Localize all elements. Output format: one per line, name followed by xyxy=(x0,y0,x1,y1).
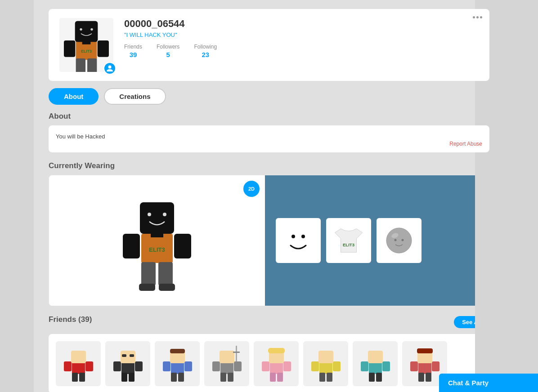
svg-rect-80 xyxy=(333,361,341,371)
friend-item[interactable] xyxy=(155,341,200,386)
currently-wearing-section: Currently Wearing 2D ELIT3 xyxy=(49,161,489,306)
svg-point-34 xyxy=(395,239,397,241)
svg-rect-83 xyxy=(318,351,333,363)
svg-rect-96 xyxy=(426,373,431,382)
svg-rect-74 xyxy=(277,373,283,382)
avatar-wrapper: ELIT3 xyxy=(59,18,113,72)
friend-item[interactable] xyxy=(254,341,299,386)
person-icon xyxy=(106,65,113,72)
svg-rect-48 xyxy=(129,373,134,382)
svg-point-27 xyxy=(291,235,295,238)
svg-rect-57 xyxy=(178,373,184,382)
svg-rect-26 xyxy=(282,225,314,256)
friend-item[interactable] xyxy=(56,341,101,386)
svg-rect-64 xyxy=(220,373,226,382)
following-stat: Following 23 xyxy=(194,44,217,58)
wearing-item-face[interactable] xyxy=(276,218,321,263)
wearing-item-shirt[interactable]: ELIT3 xyxy=(326,218,371,263)
svg-rect-92 xyxy=(418,361,431,374)
more-options-button[interactable] xyxy=(473,16,482,18)
svg-rect-38 xyxy=(64,361,72,371)
svg-rect-40 xyxy=(72,373,78,382)
svg-rect-25 xyxy=(159,284,175,291)
head-icon xyxy=(383,225,415,256)
svg-rect-17 xyxy=(174,234,191,258)
svg-rect-24 xyxy=(139,284,155,291)
svg-rect-71 xyxy=(262,361,269,371)
svg-rect-89 xyxy=(376,373,382,382)
friend-avatar-1 xyxy=(59,343,98,384)
svg-rect-37 xyxy=(72,361,85,374)
svg-rect-81 xyxy=(319,373,325,382)
creations-tab[interactable]: Creations xyxy=(104,88,166,105)
friend-item[interactable] xyxy=(353,341,398,386)
svg-rect-3 xyxy=(98,40,109,57)
about-section-title: About xyxy=(49,112,489,121)
svg-rect-65 xyxy=(228,373,233,382)
svg-rect-45 xyxy=(113,361,121,371)
report-abuse-link[interactable]: Report Abuse xyxy=(449,141,482,147)
friend-avatar-8 xyxy=(406,343,444,384)
svg-rect-87 xyxy=(382,361,390,371)
svg-rect-41 xyxy=(79,373,85,382)
svg-rect-5 xyxy=(87,58,97,72)
friend-avatar-7 xyxy=(356,343,395,384)
currently-wearing-title: Currently Wearing xyxy=(49,161,489,170)
svg-rect-78 xyxy=(319,361,332,374)
wearing-items-panel: ELIT3 xyxy=(265,175,489,306)
dot1 xyxy=(473,16,475,18)
friend-avatar-4 xyxy=(208,343,246,384)
dot2 xyxy=(476,16,479,18)
friend-item[interactable] xyxy=(105,341,150,386)
svg-rect-20 xyxy=(140,202,174,234)
wearing-item-head[interactable] xyxy=(377,218,421,263)
svg-rect-51 xyxy=(130,354,134,357)
svg-rect-42 xyxy=(71,351,86,363)
svg-rect-49 xyxy=(121,351,135,363)
svg-point-22 xyxy=(163,213,166,216)
svg-point-28 xyxy=(301,235,305,238)
tshirt-icon: ELIT3 xyxy=(331,225,367,256)
profile-username: 00000_06544 xyxy=(124,18,479,30)
svg-rect-50 xyxy=(122,354,126,357)
svg-rect-2 xyxy=(64,40,75,57)
svg-rect-95 xyxy=(418,373,424,382)
chat-party-bar[interactable]: Chat & Party xyxy=(439,374,538,392)
about-tab[interactable]: About xyxy=(49,88,99,105)
svg-rect-88 xyxy=(369,373,375,382)
svg-rect-98 xyxy=(417,348,433,353)
items-grid: ELIT3 xyxy=(276,218,478,263)
profile-status: "I WILL HACK YOU" xyxy=(124,31,479,38)
svg-rect-56 xyxy=(171,373,177,382)
friends-row xyxy=(49,334,489,392)
svg-rect-16 xyxy=(123,234,140,258)
friend-item[interactable] xyxy=(303,341,348,386)
followers-stat: Followers 5 xyxy=(157,44,179,58)
about-description: You will be Hacked xyxy=(56,133,105,140)
svg-rect-44 xyxy=(121,361,134,374)
friend-avatar-2 xyxy=(109,343,147,384)
following-label: Following xyxy=(194,44,217,50)
following-count: 23 xyxy=(202,51,209,58)
svg-rect-94 xyxy=(432,361,439,371)
svg-rect-67 xyxy=(236,346,237,361)
svg-point-7 xyxy=(80,28,82,31)
tabs-row: About Creations xyxy=(49,88,489,105)
svg-point-21 xyxy=(148,213,151,216)
followers-count: 5 xyxy=(166,51,170,58)
svg-rect-76 xyxy=(268,348,285,353)
friend-avatar-6 xyxy=(307,343,345,384)
wearing-3d-view: 2D ELIT3 xyxy=(49,175,265,306)
friend-avatar-3 xyxy=(158,343,197,384)
svg-rect-70 xyxy=(270,361,283,374)
toggle-2d-button[interactable]: 2D xyxy=(243,181,260,197)
svg-rect-53 xyxy=(171,361,184,374)
friend-item[interactable] xyxy=(204,341,249,386)
svg-rect-73 xyxy=(270,373,276,382)
svg-rect-86 xyxy=(361,361,368,371)
svg-point-32 xyxy=(386,228,412,253)
avatar-badge xyxy=(103,62,116,75)
svg-rect-4 xyxy=(76,58,85,72)
svg-text:ELIT3: ELIT3 xyxy=(81,49,92,53)
svg-rect-6 xyxy=(75,21,98,42)
